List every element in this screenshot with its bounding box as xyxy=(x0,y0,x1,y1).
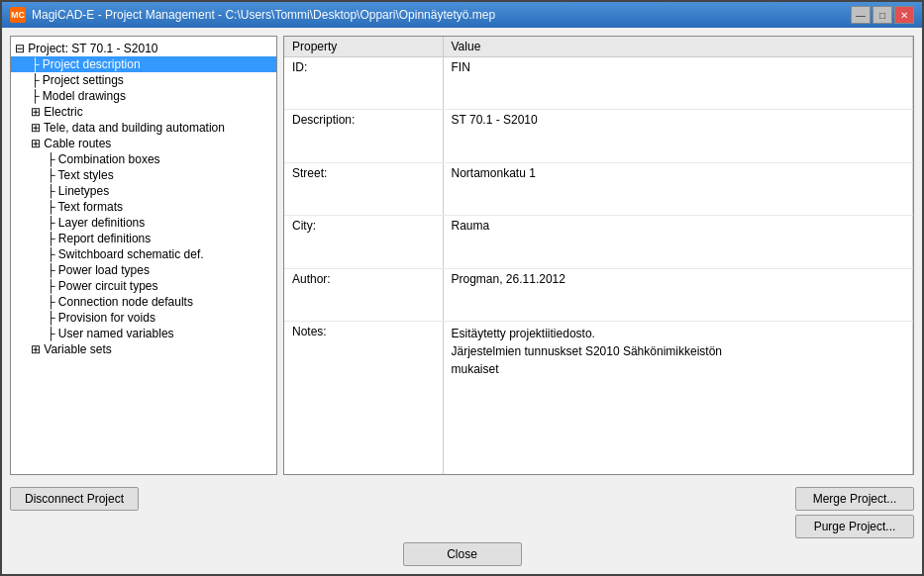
bottom-section: Disconnect ProjectMerge Project...Purge … xyxy=(2,483,922,574)
tree-item-user-named-variables[interactable]: ├ User named variables xyxy=(11,326,276,341)
tree-item-project-settings[interactable]: ├ Project settings xyxy=(11,72,276,88)
property-value: Nortamonkatu 1 xyxy=(443,162,913,215)
tree-item-report-definitions[interactable]: ├ Report definitions xyxy=(11,231,276,246)
tree-item-model-drawings[interactable]: ├ Model drawings xyxy=(11,88,276,104)
tree-item-power-load-types[interactable]: ├ Power load types xyxy=(11,262,276,278)
property-label: City: xyxy=(284,216,443,268)
tree-item-variable-sets[interactable]: ⊞ Variable sets xyxy=(11,341,276,357)
content-area: ⊟ Project: ST 70.1 - S2010├ Project desc… xyxy=(2,28,922,483)
property-value: Progman, 26.11.2012 xyxy=(443,268,913,321)
tree-item-combination-boxes[interactable]: ├ Combination boxes xyxy=(11,151,276,167)
button-row-1: Disconnect ProjectMerge Project... xyxy=(10,487,914,511)
property-label: ID: xyxy=(284,57,443,110)
tree-item-power-circuit-types[interactable]: ├ Power circuit types xyxy=(11,278,276,294)
tree-item-provision-for-voids[interactable]: ├ Provision for voids xyxy=(11,310,276,326)
title-bar: MC MagiCAD-E - Project Management - C:\U… xyxy=(2,2,922,28)
property-value: Rauma xyxy=(443,216,913,268)
main-window: MC MagiCAD-E - Project Management - C:\U… xyxy=(0,0,924,576)
tree-item-text-styles[interactable]: ├ Text styles xyxy=(11,167,276,183)
app-icon: MC xyxy=(10,7,26,23)
close-button[interactable]: Close xyxy=(403,542,522,566)
tree-item-connection-node-defaults[interactable]: ├ Connection node defaults xyxy=(11,294,276,310)
button-row-2: Purge Project... xyxy=(10,515,914,538)
property-label: Author: xyxy=(284,268,443,321)
maximize-button[interactable]: □ xyxy=(873,6,892,24)
table-row: Notes:Esitäytetty projektiitiedosto. Jär… xyxy=(284,322,913,474)
table-row: Description:ST 70.1 - S2010 xyxy=(284,110,913,162)
tree-item-project-description[interactable]: ├ Project description xyxy=(11,56,276,72)
minimize-button[interactable]: — xyxy=(851,6,871,24)
property-label: Notes: xyxy=(284,322,443,474)
tree-item-text-formats[interactable]: ├ Text formats xyxy=(11,199,276,215)
table-row: Author:Progman, 26.11.2012 xyxy=(284,268,913,321)
tree-item-layer-definitions[interactable]: ├ Layer definitions xyxy=(11,215,276,231)
property-table: Property Value ID:FINDescription:ST 70.1… xyxy=(284,37,913,474)
property-value: FIN xyxy=(443,57,913,110)
purge-project-button[interactable]: Purge Project... xyxy=(795,515,914,538)
value-header: Value xyxy=(443,37,913,57)
tree-item-electric[interactable]: ⊞ Electric xyxy=(11,104,276,120)
close-window-button[interactable]: ✕ xyxy=(894,6,914,24)
window-title: MagiCAD-E - Project Management - C:\User… xyxy=(32,8,495,22)
properties-panel: Property Value ID:FINDescription:ST 70.1… xyxy=(283,36,914,475)
tree-panel: ⊟ Project: ST 70.1 - S2010├ Project desc… xyxy=(10,36,277,475)
button-row-3: Close xyxy=(10,542,914,566)
property-header: Property xyxy=(284,37,443,57)
tree-item-linetypes[interactable]: ├ Linetypes xyxy=(11,183,276,199)
property-value: Esitäytetty projektiitiedosto. Järjestel… xyxy=(443,322,913,474)
tree-item-project-root[interactable]: ⊟ Project: ST 70.1 - S2010 xyxy=(11,41,276,56)
merge-project-button[interactable]: Merge Project... xyxy=(795,487,914,511)
property-label: Street: xyxy=(284,162,443,215)
tree-item-tele-data[interactable]: ⊞ Tele, data and building automation xyxy=(11,120,276,136)
property-label: Description: xyxy=(284,110,443,162)
window-controls: — □ ✕ xyxy=(851,6,914,24)
table-row: ID:FIN xyxy=(284,57,913,110)
tree-item-switchboard-schematic[interactable]: ├ Switchboard schematic def. xyxy=(11,246,276,262)
table-row: City:Rauma xyxy=(284,216,913,268)
property-value: ST 70.1 - S2010 xyxy=(443,110,913,162)
table-row: Street:Nortamonkatu 1 xyxy=(284,162,913,215)
disconnect-project-button[interactable]: Disconnect Project xyxy=(10,487,139,511)
tree-item-cable-routes[interactable]: ⊞ Cable routes xyxy=(11,136,276,151)
